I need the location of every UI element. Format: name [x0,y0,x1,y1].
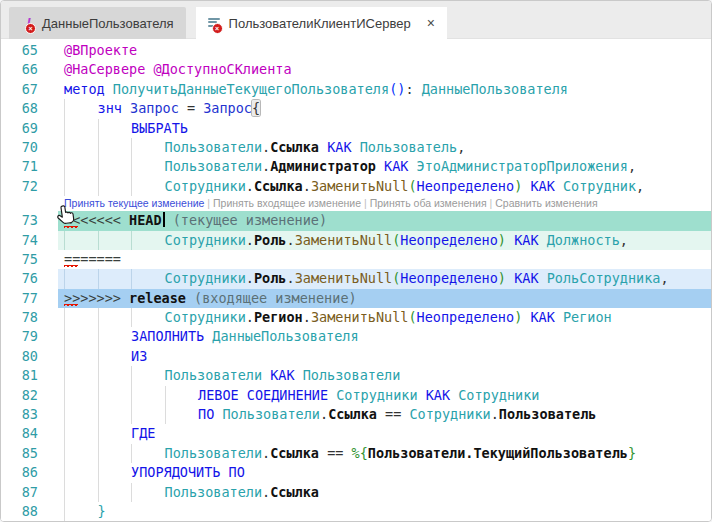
code-line: 71 Пользователи.Администратор КАК ЭтоАдм… [1,157,711,176]
indent-guide [98,138,132,157]
code-line: 79 ЗАПОЛНИТЬ ДанныеПользователя [1,327,711,346]
line-number: 65 [1,41,58,60]
error-badge-icon: × [25,23,36,34]
indent-guide [64,231,98,250]
line-number: 84 [1,424,58,443]
indent-guide [98,424,132,443]
code-token: . [262,139,270,155]
line-number: 82 [1,386,58,405]
code-editor[interactable]: 65@ВПроекте66@НаСервере @ДоступноСКлиент… [1,39,711,521]
line-number: 75 [1,250,58,269]
indent-guide [64,269,98,288]
code-line: 85 Пользователи.Ссылка == %{Пользователи… [1,444,711,463]
code-token: , [620,232,628,248]
indent-guide [64,327,98,346]
merge-action-1[interactable]: Принять входящее изменение [213,197,361,209]
code-token: ЭтоАдминистраторПриложения [417,158,628,174]
indent-guide [131,405,165,424]
merge-codelens-row: Принять текущее изменение | Принять вход… [1,196,711,211]
code-line: 75======= [1,250,711,269]
code-token: ДанныеПользователя [422,81,568,97]
code-token: Сотрудники [165,309,246,325]
code-token: знч [98,100,131,116]
code-text: Пользователи КАК Пользователи [58,366,711,385]
code-token: Ссылка [254,178,303,194]
indent-guide [64,386,98,405]
code-token: Сотрудники [458,387,539,403]
code-token: . [303,309,311,325]
module-icon: × [208,16,223,31]
code-text: метод ПолучитьДанныеТекущегоПользователя… [58,80,711,99]
merge-action-2[interactable]: Принять оба изменения [370,197,487,209]
code-token: КАК [506,270,547,286]
code-token: Сотрудники [336,387,417,403]
code-line: 84 ГДЕ [1,424,711,443]
code-token: ПолучитьДанныеТекущегоПользователя [113,81,389,97]
indent-guide [64,483,98,502]
tab-polzovateli-klient-i-server[interactable]: × ПользователиКлиентИСервер × [196,7,447,39]
indent-guide [64,177,98,196]
merge-action-3[interactable]: Сравнить изменения [495,197,597,209]
code-text: >>>>>>> release (входящее изменение) [58,289,711,308]
separator: | [361,197,370,209]
indent-guide [64,424,98,443]
indent-guide [64,366,98,385]
code-text: @ВПроекте [58,41,711,60]
indent-guide [98,463,132,482]
indent-guide [165,386,199,405]
code-token: . [246,270,254,286]
code-token: Регион [254,309,303,325]
code-token: <<<<< [80,212,129,228]
code-text: } [58,502,711,521]
code-line: 70 Пользователи.Ссылка КАК Пользователь, [1,138,711,157]
line-number: 66 [1,60,58,79]
line-number: 83 [1,405,58,424]
code-text: ГДЕ [58,424,711,443]
indent-guide [64,157,98,176]
code-token: Должность [547,232,620,248]
indent-guide [98,157,132,176]
line-number: 74 [1,231,58,250]
line-number: 80 [1,347,58,366]
code-token: . [286,232,294,248]
indent-guide [131,231,165,250]
code-token: ( [408,309,416,325]
code-token: КАК [506,232,547,248]
code-token: , [628,158,636,174]
code-token: Сотрудники [409,406,490,422]
line-number: 77 [1,289,58,308]
code-text: Пользователи.Администратор КАК ЭтоАдмини… [58,157,711,176]
indent-guide [131,386,165,405]
code-token: release [129,290,186,306]
code-token: Неопределено [417,309,515,325]
indent-guide [131,444,165,463]
merge-action-0[interactable]: Принять текущее изменение [64,197,204,209]
code-line: 65@ВПроекте [1,41,711,60]
line-number: 88 [1,502,58,521]
code-token: Роль [254,270,287,286]
code-token: . [262,158,270,174]
tab-dannye-polzovatelya[interactable]: ! × ДанныеПользователя [9,7,186,39]
code-token: Регион [563,309,612,325]
code-token: Пользователи [222,406,320,422]
code-token: . [246,309,254,325]
code-line: 67метод ПолучитьДанныеТекущегоПользовате… [1,80,711,99]
close-tab-icon[interactable]: × [427,16,435,30]
code-token: . [303,178,311,194]
code-token: Администратор [270,158,376,174]
code-token: КАК [522,309,563,325]
indent-guide [98,366,132,385]
code-token: Неопределено [400,232,498,248]
indent-guide [64,308,98,327]
code-token: . [246,232,254,248]
line-number: 72 [1,177,58,196]
line-number: 79 [1,327,58,346]
code-text: ЗАПОЛНИТЬ ДанныеПользователя [58,327,711,346]
code-token: , [457,139,465,155]
code-token: Пользователь [499,406,597,422]
code-token: (текущее изменение) [165,212,328,228]
code-line: 83 ПО Пользователи.Ссылка == Сотрудники.… [1,405,711,424]
error-exclamation-icon: ! × [21,16,36,31]
code-token: . [491,406,499,422]
indent-guide [64,444,98,463]
